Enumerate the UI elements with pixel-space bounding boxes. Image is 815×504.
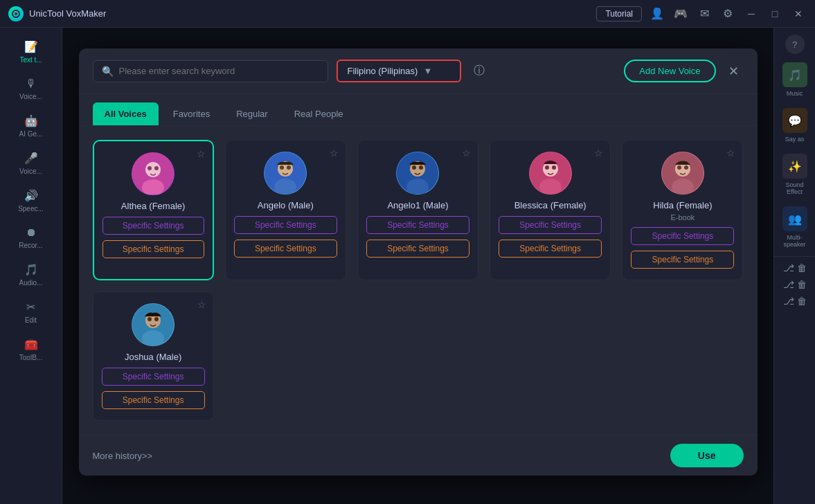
voice-settings2-angelo1[interactable]: Specific Settings	[366, 240, 469, 258]
right-panel-multi[interactable]: 👥 Multi-speaker	[774, 204, 815, 251]
voice-name-angelo1: Angelo1 (Male)	[387, 200, 448, 210]
user-icon[interactable]: 👤	[649, 6, 665, 22]
more-history-link[interactable]: More history>>	[93, 451, 153, 461]
tab-real-people[interactable]: Real People	[283, 102, 355, 125]
voice-card-angelo[interactable]: ☆ Angelo (Mal	[225, 140, 346, 280]
sayas-icon: 💬	[782, 108, 807, 133]
sidebar-item-voice2-label: Voice...	[19, 168, 42, 175]
voice-name-blessica: Blessica (Female)	[514, 200, 586, 210]
search-input[interactable]	[119, 66, 319, 76]
multi-speaker-icon: 👥	[782, 206, 807, 231]
voice-card-angelo1[interactable]: ☆ Angelo1 (Ma	[357, 140, 478, 280]
settings-icon[interactable]: ⚙	[719, 6, 736, 22]
share-icon-1[interactable]: ⎇	[783, 262, 794, 273]
voice-settings1-hilda[interactable]: Specific Settings	[631, 227, 734, 245]
info-icon[interactable]: ⓘ	[469, 62, 489, 81]
voice-settings2-althea[interactable]: Specific Settings	[102, 240, 204, 258]
favorite-icon-blessica[interactable]: ☆	[594, 147, 603, 159]
voice-settings2-angelo[interactable]: Specific Settings	[234, 240, 337, 258]
favorite-icon-angelo[interactable]: ☆	[330, 147, 339, 159]
delete-icon-2[interactable]: 🗑	[797, 279, 807, 290]
sidebar-item-record[interactable]: ⏺ Recor...	[4, 221, 57, 255]
voice2-icon: 🎤	[24, 152, 38, 165]
svg-point-21	[552, 165, 556, 170]
voice-settings1-angelo1[interactable]: Specific Settings	[366, 216, 469, 234]
action-row-1: ⎇ 🗑	[783, 262, 807, 273]
favorite-icon-angelo1[interactable]: ☆	[462, 147, 471, 159]
voice-card-blessica[interactable]: ☆ Blessica (F	[490, 140, 611, 280]
sidebar-item-voice2[interactable]: 🎤 Voice...	[4, 146, 57, 181]
tab-favorites[interactable]: Favorites	[161, 102, 222, 125]
audio-icon: 🎵	[24, 263, 38, 276]
sidebar-item-text-label: Text t...	[19, 56, 42, 64]
sidebar-item-voice[interactable]: 🎙 Voice...	[4, 72, 57, 106]
sidebar-item-ai-label: AI Ge...	[19, 130, 43, 138]
favorite-icon-althea[interactable]: ☆	[197, 148, 206, 159]
modal-footer: More history>> Use	[79, 435, 758, 476]
use-button[interactable]: Use	[670, 444, 744, 467]
sidebar-item-audio-label: Audio...	[19, 279, 43, 287]
voice-settings1-althea[interactable]: Specific Settings	[102, 217, 204, 235]
voice-picker-modal: 🔍 Filipino (Pilipinas) ▼ ⓘ Add New Voice…	[79, 48, 758, 476]
content-area: 🔍 Filipino (Pilipinas) ▼ ⓘ Add New Voice…	[62, 28, 773, 504]
minimize-button[interactable]: ─	[743, 6, 760, 22]
modal-close-button[interactable]: ✕	[724, 62, 744, 81]
voice-settings2-blessica[interactable]: Specific Settings	[499, 240, 602, 258]
mail-icon[interactable]: ✉	[696, 6, 713, 22]
voice-settings2-hilda[interactable]: Specific Settings	[631, 251, 734, 269]
tab-all-voices[interactable]: All Voices	[93, 102, 159, 125]
game-icon[interactable]: 🎮	[672, 6, 689, 22]
toolbox-icon: 🧰	[24, 338, 38, 351]
sidebar-item-toolbox[interactable]: 🧰 ToolB...	[4, 332, 57, 367]
right-panel-music[interactable]: 🎵 Music	[780, 60, 810, 100]
voice-settings2-joshua[interactable]: Specific Settings	[102, 391, 205, 409]
tutorial-button[interactable]: Tutorial	[596, 6, 642, 21]
voice-card-joshua[interactable]: ☆ Joshua (Mal	[93, 291, 214, 421]
modal-overlay: 🔍 Filipino (Pilipinas) ▼ ⓘ Add New Voice…	[62, 28, 773, 504]
voice-name-angelo: Angelo (Male)	[258, 200, 314, 210]
language-label: Filipino (Pilipinas)	[348, 66, 418, 76]
voice-card-althea[interactable]: ☆ Althea (Female)	[93, 140, 214, 280]
voice-icon: 🎙	[26, 78, 37, 90]
svg-point-16	[419, 165, 423, 170]
modal-header: 🔍 Filipino (Pilipinas) ▼ ⓘ Add New Voice…	[79, 48, 758, 94]
voice-settings1-joshua[interactable]: Specific Settings	[102, 368, 205, 386]
close-window-button[interactable]: ✕	[790, 6, 807, 22]
maximize-button[interactable]: □	[767, 6, 783, 22]
voice-settings1-blessica[interactable]: Specific Settings	[499, 216, 602, 234]
share-icon-2[interactable]: ⎇	[783, 279, 794, 290]
favorite-icon-hilda[interactable]: ☆	[726, 147, 735, 159]
delete-icon-3[interactable]: 🗑	[797, 296, 807, 307]
multi-speaker-label: Multi-speaker	[777, 234, 812, 248]
tab-regular[interactable]: Regular	[224, 102, 280, 125]
sidebar-item-record-label: Recor...	[19, 242, 42, 249]
add-voice-button[interactable]: Add New Voice	[624, 60, 715, 82]
search-box[interactable]: 🔍	[93, 60, 328, 82]
delete-icon-1[interactable]: 🗑	[797, 262, 807, 273]
action-row-2: ⎇ 🗑	[783, 279, 807, 290]
right-panel-effect[interactable]: ✨ Sound Effect	[774, 151, 815, 198]
avatar-hilda	[661, 152, 704, 195]
sidebar-item-audio[interactable]: 🎵 Audio...	[4, 258, 57, 292]
sidebar-item-edit[interactable]: ✂ Edit	[4, 295, 57, 330]
voice-settings1-angelo[interactable]: Specific Settings	[234, 216, 337, 234]
sayas-label: Say as	[785, 136, 805, 143]
right-panel-sayas[interactable]: 💬 Say as	[780, 105, 810, 145]
modal-tabs: All Voices Favorites Regular Real People	[79, 94, 758, 126]
sidebar-item-speech[interactable]: 🔊 Speec...	[4, 183, 57, 218]
sidebar-item-edit-label: Edit	[25, 316, 37, 324]
avatar-joshua	[132, 303, 174, 346]
favorite-icon-joshua[interactable]: ☆	[197, 299, 206, 310]
svg-point-11	[287, 165, 291, 170]
sidebar-item-text[interactable]: 📝 Text t...	[4, 35, 57, 69]
svg-point-1	[15, 12, 17, 15]
svg-point-26	[684, 165, 688, 170]
voice-card-hilda[interactable]: ☆ Hilda (Fema	[622, 140, 743, 280]
svg-point-5	[147, 166, 152, 170]
app-logo: UnicTool VoxMaker	[8, 6, 596, 21]
language-dropdown[interactable]: Filipino (Pilipinas) ▼	[337, 60, 461, 82]
help-button[interactable]: ?	[785, 35, 805, 54]
share-icon-3[interactable]: ⎇	[783, 296, 794, 307]
sidebar-item-ai[interactable]: 🤖 AI Ge...	[4, 109, 57, 143]
svg-point-30	[147, 317, 152, 321]
